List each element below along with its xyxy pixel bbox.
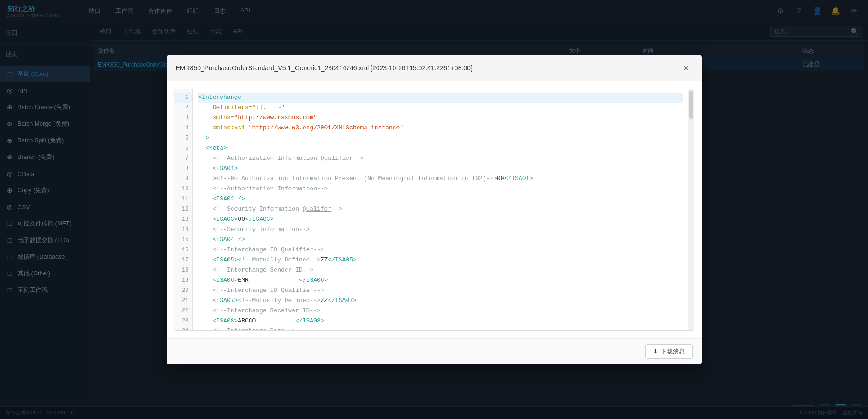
download-label: 下载消息: [661, 347, 685, 356]
code-line-6: <Meta>: [198, 144, 683, 154]
code-line-23: <ISA08>ABCCO </ISA08>: [198, 316, 683, 327]
modal-title: EMR850_PurchaseOrderStandard_V5.1_Generi…: [176, 64, 473, 72]
code-line-20: <!--Interchange ID Qualifier-->: [198, 286, 683, 296]
code-line-14: <!--Security Information-->: [198, 225, 683, 235]
code-line-10: <!--Authorization Information-->: [198, 184, 683, 194]
code-content: <Interchange Delimiters=":|. ~" xmlns="h…: [193, 89, 688, 330]
code-line-21: <ISA07><!--Mutually Defined-->ZZ</ISA07>: [198, 296, 683, 306]
code-line-4: xmlns:xsi="http://www.w3.org/2001/XMLSch…: [198, 123, 683, 134]
line-numbers: 1 2 3 4 5 6 7 8 9 10 11 12 13 14 15 16 1: [174, 89, 193, 330]
modal-overlay: EMR850_PurchaseOrderStandard_V5.1_Generi…: [0, 0, 868, 419]
code-line-8: <ISA01>: [198, 164, 683, 174]
code-line-2: Delimiters=":|. ~": [198, 103, 683, 113]
code-line-5: >: [198, 134, 683, 144]
download-icon: ⬇: [653, 348, 658, 355]
code-line-1: <Interchange: [198, 93, 683, 103]
code-line-19: <ISA06>EMR </ISA06>: [198, 276, 683, 286]
code-line-17: <ISA05><!--Mutually Defined-->ZZ</ISA05>: [198, 255, 683, 266]
code-line-22: <!--Interchange Receiver ID-->: [198, 306, 683, 316]
code-line-3: xmlns="http://www.rssbus.com": [198, 113, 683, 123]
modal-close-button[interactable]: ×: [680, 61, 693, 74]
code-line-16: <!--Interchange ID Qualifier-->: [198, 245, 683, 255]
code-viewer: 1 2 3 4 5 6 7 8 9 10 11 12 13 14 15 16 1: [174, 89, 694, 331]
code-line-15: <ISA04 />: [198, 235, 683, 245]
xml-viewer-modal: EMR850_PurchaseOrderStandard_V5.1_Generi…: [167, 55, 702, 364]
scrollbar-thumb[interactable]: [689, 91, 693, 119]
modal-header: EMR850_PurchaseOrderStandard_V5.1_Generi…: [167, 55, 702, 81]
code-line-9: ><!--No Authorization Information Presen…: [198, 174, 683, 184]
download-button[interactable]: ⬇ 下载消息: [645, 344, 693, 359]
code-line-12: <!--Security Information Qualifer-->: [198, 205, 683, 215]
code-line-7: <!--Authorization Information Qualifier-…: [198, 154, 683, 164]
modal-body: 1 2 3 4 5 6 7 8 9 10 11 12 13 14 15 16 1: [167, 81, 702, 338]
code-line-11: <ISA02 />: [198, 194, 683, 205]
code-line-13: <ISA03>00</ISA03>: [198, 215, 683, 225]
code-line-18: <!--Interchange Sender ID-->: [198, 266, 683, 276]
code-line-24: <!--Interchange Date-->: [198, 327, 683, 330]
modal-footer: ⬇ 下载消息: [167, 338, 702, 364]
scrollbar-track: [688, 89, 694, 330]
